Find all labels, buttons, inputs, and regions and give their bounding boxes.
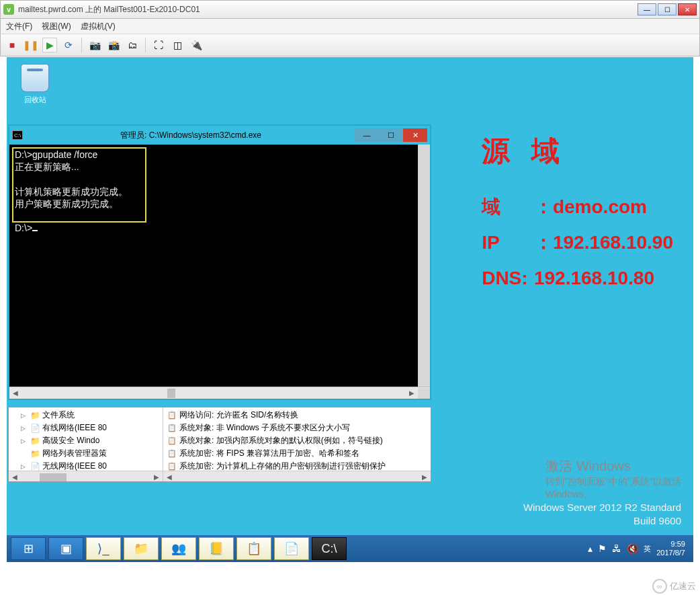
scroll-right-icon[interactable]: ▶ <box>150 472 163 483</box>
expand-icon[interactable]: ▷ <box>21 438 28 444</box>
menu-view[interactable]: 视图(W) <box>42 21 71 32</box>
snapshot-take-icon[interactable]: 📷 <box>87 38 102 52</box>
scroll-left-icon[interactable]: ◀ <box>163 472 175 483</box>
activation-line3: Windows。 <box>545 488 681 502</box>
system-tray[interactable]: ▴ ⚑ 🖧 🔇 英 9:59 2017/8/7 <box>588 540 691 557</box>
list-item: 📋系统加密: 将 FIPS 兼容算法用于加密、哈希和签名 <box>163 447 431 460</box>
taskbar-app-3[interactable]: 📋 <box>236 537 271 560</box>
flag-icon[interactable]: ⚑ <box>598 543 607 554</box>
gpedit-tree[interactable]: ▷📁文件系统 ▷📄有线网络(IEEE 80 ▷📁高级安全 Windo 📁网络列表… <box>9 407 163 471</box>
policy-icon: 📋 <box>167 424 177 432</box>
fullscreen-icon[interactable]: ⛶ <box>151 38 166 52</box>
server-manager-button[interactable]: ▣ <box>48 537 83 560</box>
policy-icon: 📋 <box>167 436 177 445</box>
scroll-left-icon[interactable]: ◀ <box>9 388 21 399</box>
tree-row: ▷📄无线网络(IEEE 80 <box>9 460 163 471</box>
scroll-corner <box>418 388 430 399</box>
play-button[interactable]: ▶ <box>42 38 57 52</box>
os-build: Build 9600 <box>523 514 681 528</box>
scroll-right-icon[interactable]: ▶ <box>406 388 418 399</box>
maximize-button[interactable]: ☐ <box>658 3 676 15</box>
tree-row: ▷📄有线网络(IEEE 80 <box>9 422 163 434</box>
recycle-bin[interactable]: 回收站 <box>15 64 55 105</box>
cmd-icon: C:\ <box>12 130 23 140</box>
vmware-menubar: 文件(F) 视图(W) 虚拟机(V) <box>0 19 700 34</box>
brand-watermark: ∞ 亿速云 <box>652 579 696 594</box>
cmd-titlebar[interactable]: C:\ 管理员: C:\Windows\system32\cmd.exe — ☐… <box>9 126 430 145</box>
stop-button[interactable]: ■ <box>5 38 19 52</box>
tree-row: ▷📁文件系统 <box>9 409 163 422</box>
explorer-button[interactable]: 📁 <box>124 537 159 560</box>
ip-label: IP <box>482 225 529 260</box>
expand-icon[interactable]: ▷ <box>21 463 28 470</box>
snapshot-manage-icon[interactable]: 🗂 <box>125 38 140 52</box>
cmd-line-5: D:\> <box>15 223 32 233</box>
connect-device-icon[interactable]: 🔌 <box>189 38 204 52</box>
menu-file[interactable]: 文件(F) <box>6 21 32 32</box>
tree-row: ▷📁高级安全 Windo <box>9 434 163 447</box>
tree-row: 📁网络列表管理器策 <box>9 447 163 460</box>
cmd-cursor <box>32 230 38 231</box>
cmd-maximize-button[interactable]: ☐ <box>379 128 403 142</box>
cmd-close-button[interactable]: ✕ <box>403 128 427 142</box>
guest-desktop[interactable]: 回收站 源 域 域 ：demo.com IP ：192.168.10.90 DN… <box>7 57 693 562</box>
menu-vm[interactable]: 虚拟机(V) <box>81 21 116 32</box>
tray-up-icon[interactable]: ▴ <box>588 543 593 554</box>
dns-value: 192.168.10.80 <box>534 268 654 288</box>
recycle-bin-icon <box>21 64 49 92</box>
gpedit-window[interactable]: ▷📁文件系统 ▷📄有线网络(IEEE 80 ▷📁高级安全 Windo 📁网络列表… <box>8 407 431 482</box>
os-name: Windows Server 2012 R2 Standard <box>523 501 681 514</box>
scroll-right-icon[interactable]: ▶ <box>419 472 431 483</box>
cmd-scrollbar-horizontal[interactable]: ◀ ▶ <box>9 387 430 399</box>
vmware-titlebar[interactable]: v mailtest.pwrd.com 上的 MailTest001-Ex201… <box>0 0 700 19</box>
scroll-thumb[interactable] <box>167 389 175 398</box>
domain-value: demo.com <box>553 196 647 217</box>
cmd-line-3: 计算机策略更新成功完成。 <box>15 186 128 197</box>
restart-button[interactable]: ⟳ <box>61 38 76 52</box>
list-item: 📋系统加密: 为计算机上存储的用户密钥强制进行强密钥保护 <box>163 460 431 471</box>
sound-icon[interactable]: 🔇 <box>627 543 638 554</box>
date: 2017/8/7 <box>656 549 685 557</box>
domain-title: 源 域 <box>482 124 673 178</box>
scroll-track[interactable] <box>21 388 406 399</box>
folder-icon: 📄 <box>30 462 40 471</box>
cmd-line-2: 正在更新策略... <box>15 161 79 172</box>
taskbar-app-4[interactable]: 📄 <box>274 537 309 560</box>
vmware-toolbar: ■ ❚❚ ▶ ⟳ 📷 📸 🗂 ⛶ ◫ 🔌 <box>0 34 700 56</box>
unity-icon[interactable]: ◫ <box>170 38 185 52</box>
vmware-icon: v <box>3 4 14 15</box>
os-version: Windows Server 2012 R2 Standard Build 96… <box>523 501 681 527</box>
network-icon[interactable]: 🖧 <box>612 543 621 554</box>
cmd-taskbar-button[interactable]: C:\ <box>312 537 347 560</box>
clock[interactable]: 9:59 2017/8/7 <box>656 540 685 557</box>
cmd-line-4: 用户策略更新成功完成。 <box>15 198 118 209</box>
expand-icon[interactable]: ▷ <box>21 425 28 432</box>
brand-text: 亿速云 <box>670 580 696 592</box>
dns-label: DNS: <box>482 260 529 296</box>
cmd-body[interactable]: D:\>gpupdate /force 正在更新策略... 计算机策略更新成功完… <box>9 145 430 387</box>
cmd-window[interactable]: C:\ 管理员: C:\Windows\system32\cmd.exe — ☐… <box>8 124 431 400</box>
snapshot-revert-icon[interactable]: 📸 <box>106 38 121 52</box>
guest-taskbar[interactable]: ⊞ ▣ ⟩_ 📁 👥 📒 📋 📄 C:\ ▴ ⚑ 🖧 🔇 英 9:59 2017… <box>7 535 693 562</box>
brand-icon: ∞ <box>652 579 667 594</box>
scroll-thumb[interactable] <box>40 473 67 481</box>
gpedit-list[interactable]: 📋网络访问: 允许匿名 SID/名称转换 📋系统对象: 非 Windows 子系… <box>163 407 431 471</box>
scroll-left-icon[interactable]: ◀ <box>9 472 21 483</box>
ime-indicator[interactable]: 英 <box>644 544 651 554</box>
taskbar-app-1[interactable]: 👥 <box>161 537 196 560</box>
policy-icon: 📋 <box>167 411 177 420</box>
gpedit-scrollbars[interactable]: ◀ ▶ ◀ ▶ <box>9 471 431 482</box>
close-button[interactable]: ✕ <box>678 3 697 15</box>
powershell-button[interactable]: ⟩_ <box>86 537 121 560</box>
expand-icon[interactable]: ▷ <box>21 412 28 419</box>
activation-watermark: 激活 Windows 转到"控制面板"中的"系统"以激活 Windows。 <box>545 457 681 502</box>
pause-button[interactable]: ❚❚ <box>24 38 38 52</box>
taskbar-app-2[interactable]: 📒 <box>199 537 234 560</box>
cmd-line-1: D:\>gpupdate /force <box>15 149 97 160</box>
policy-icon: 📋 <box>167 449 177 458</box>
folder-icon: 📁 <box>30 436 40 446</box>
start-button[interactable]: ⊞ <box>11 537 46 560</box>
cmd-minimize-button[interactable]: — <box>355 128 379 142</box>
minimize-button[interactable]: — <box>638 3 656 15</box>
list-item: 📋系统对象: 加强内部系统对象的默认权限(例如，符号链接) <box>163 434 431 447</box>
